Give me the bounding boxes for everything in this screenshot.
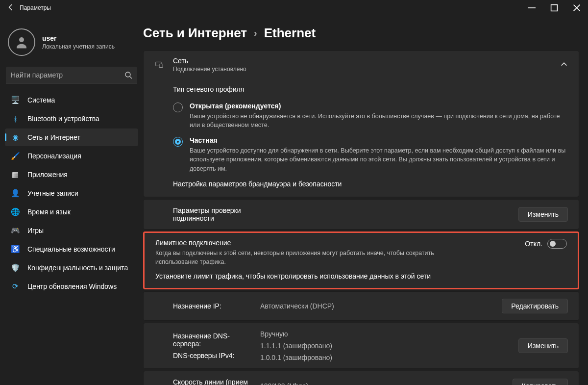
auth-change-button[interactable]: Изменить — [518, 207, 568, 222]
toggle-state-label: Откл. — [525, 240, 542, 248]
dns-values: Вручную 1.1.1.1 (зашифровано) 1.0.0.1 (з… — [260, 330, 511, 361]
chevron-right-icon: › — [254, 27, 257, 39]
nav-network[interactable]: ◉Сеть и Интернет — [5, 128, 138, 146]
nav-accounts[interactable]: 👤Учетные записи — [5, 184, 138, 202]
nav-time[interactable]: 🌐Время и язык — [5, 203, 138, 221]
radio-icon — [173, 137, 183, 147]
svg-rect-0 — [551, 5, 558, 11]
metered-desc: Когда вы подключены к этой сети, некотор… — [155, 249, 469, 266]
metered-toggle[interactable] — [547, 239, 567, 249]
globe-icon: 🌐 — [11, 207, 20, 216]
metered-title: Лимитное подключение — [155, 239, 469, 247]
breadcrumb-parent[interactable]: Сеть и Интернет — [143, 26, 247, 41]
window-close[interactable] — [565, 0, 588, 16]
title-bar: Параметры — [0, 0, 588, 16]
window-title: Параметры — [18, 4, 51, 11]
radio-private-desc: Ваше устройство доступно для обнаружения… — [190, 146, 568, 173]
ip-edit-button[interactable]: Редактировать — [502, 299, 568, 313]
ip-row: Назначение IP: Автоматически (DHCP) Реда… — [143, 291, 579, 321]
firewall-link[interactable]: Настройка параметров брандмауэра и безоп… — [173, 180, 568, 188]
speed-label: Скорость линии (прием и передача): — [154, 378, 252, 385]
account-subtitle: Локальная учетная запись — [42, 43, 115, 50]
dns-change-button[interactable]: Изменить — [518, 338, 568, 353]
back-button[interactable] — [4, 3, 18, 13]
arrow-left-icon — [7, 3, 15, 11]
radio-public[interactable]: Открытая (рекомендуется) Ваше устройство… — [173, 102, 568, 129]
network-card-header[interactable]: Сеть Подключение установлено — [144, 51, 579, 78]
nav-system[interactable]: 🖥️Система — [5, 91, 138, 109]
dns-labels: Назначение DNS-сервера: DNS-серверы IPv4… — [154, 332, 252, 359]
close-icon — [573, 4, 581, 12]
account-name: user — [42, 34, 115, 42]
svg-rect-4 — [159, 64, 163, 67]
gamepad-icon: 🎮 — [11, 226, 20, 235]
ip-value: Автоматически (DHCP) — [260, 302, 494, 310]
update-icon: ⟳ — [11, 282, 20, 291]
speed-copy-button[interactable]: Копировать — [513, 379, 568, 385]
user-icon — [14, 35, 29, 50]
monitor-icon — [154, 61, 164, 69]
dns-row: Назначение DNS-сервера: DNS-серверы IPv4… — [143, 323, 579, 369]
nav-accessibility[interactable]: ♿Специальные возможности — [5, 240, 138, 258]
main-content: Сеть и Интернет › Ethernet Сеть Подключе… — [143, 16, 588, 385]
sidebar: user Локальная учетная запись 🖥️Система … — [0, 16, 143, 385]
shield-icon: 🛡️ — [11, 263, 20, 272]
data-limit-link[interactable]: Установите лимит трафика, чтобы контроли… — [155, 272, 567, 280]
apps-icon: ▦ — [11, 170, 20, 179]
account-block[interactable]: user Локальная учетная запись — [5, 22, 138, 65]
radio-private-label: Частная — [190, 136, 568, 144]
brush-icon: 🖌️ — [11, 152, 20, 160]
radio-public-label: Открытая (рекомендуется) — [190, 102, 568, 110]
nav-bluetooth[interactable]: ᚼBluetooth и устройства — [5, 110, 138, 128]
accessibility-icon: ♿ — [11, 245, 20, 254]
window-minimize[interactable] — [520, 0, 543, 16]
network-subtitle: Подключение установлено — [173, 66, 246, 73]
person-icon: 👤 — [11, 189, 20, 198]
search-input[interactable] — [11, 71, 124, 79]
avatar — [8, 28, 35, 56]
network-card: Сеть Подключение установлено Тип сетевог… — [143, 51, 579, 197]
speed-value: 100/100 (Mbps) — [260, 382, 505, 385]
auth-row: Параметры проверки подлинности Изменить — [143, 199, 579, 230]
radio-private[interactable]: Частная Ваше устройство доступно для обн… — [173, 136, 568, 173]
search-box[interactable] — [6, 67, 137, 83]
breadcrumb-current: Ethernet — [264, 26, 316, 41]
ip-label: Назначение IP: — [154, 302, 252, 310]
speed-row: Скорость линии (прием и передача): 100/1… — [143, 371, 579, 385]
radio-icon — [173, 103, 183, 112]
profile-type-title: Тип сетевого профиля — [173, 85, 568, 93]
nav-personalization[interactable]: 🖌️Персонализация — [5, 147, 138, 165]
network-title: Сеть — [173, 57, 246, 65]
svg-point-1 — [19, 37, 24, 42]
nav-list: 🖥️Система ᚼBluetooth и устройства ◉Сеть … — [5, 91, 138, 295]
nav-update[interactable]: ⟳Центр обновления Windows — [5, 278, 138, 295]
maximize-icon — [550, 4, 558, 12]
search-icon — [124, 71, 132, 79]
breadcrumb: Сеть и Интернет › Ethernet — [143, 26, 579, 41]
nav-privacy[interactable]: 🛡️Конфиденциальность и защита — [5, 259, 138, 277]
minimize-icon — [528, 4, 536, 12]
bluetooth-icon: ᚼ — [11, 114, 20, 123]
radio-public-desc: Ваше устройство не обнаруживается в сети… — [190, 112, 568, 129]
auth-label: Параметры проверки подлинности — [154, 206, 252, 222]
window-maximize[interactable] — [543, 0, 565, 16]
wifi-icon: ◉ — [11, 133, 20, 142]
nav-gaming[interactable]: 🎮Игры — [5, 222, 138, 239]
svg-point-2 — [125, 72, 130, 77]
chevron-up-icon — [560, 60, 568, 70]
display-icon: 🖥️ — [11, 96, 20, 104]
nav-apps[interactable]: ▦Приложения — [5, 166, 138, 183]
metered-section: Лимитное подключение Когда вы подключены… — [143, 231, 579, 289]
